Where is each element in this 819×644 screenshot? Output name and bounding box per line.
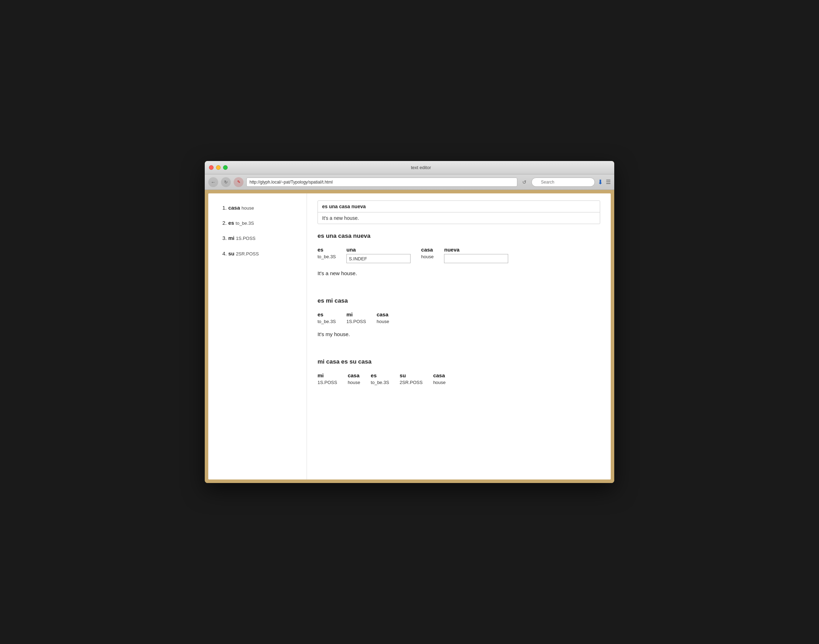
gloss-cell-es-2: es to_be.3S [317, 311, 336, 324]
edit-button[interactable]: ✎ [234, 177, 244, 187]
gloss-cell-una: una [347, 247, 411, 263]
gloss-word-casa-2: casa [377, 311, 388, 317]
section-2-translation: It's my house. [317, 331, 600, 337]
back-button[interactable]: ← [208, 177, 218, 187]
sidebar-item-gloss-3: 2SR.POSS [236, 251, 259, 256]
gloss-cell-casa-3: casa house [348, 373, 360, 385]
sentence-box: es una casa nueva It's a new house. [317, 201, 600, 224]
main-content: es una casa nueva It's a new house. es u… [307, 193, 611, 480]
menu-icon[interactable]: ☰ [606, 179, 611, 185]
sidebar-item-word-0: casa [229, 205, 240, 211]
section-3-title: mi casa es su casa [317, 358, 600, 365]
reload-button[interactable]: ↻ [221, 177, 231, 187]
window-controls [209, 165, 228, 170]
sidebar-item-number: 4. [222, 250, 227, 256]
browser-window: text editor ← ↻ ✎ ↺ 🔍 ⬇ ☰ 1. casa house [205, 161, 614, 483]
sidebar-item-es: 2. es to_be.3S [222, 219, 299, 227]
url-input[interactable] [246, 178, 517, 187]
gloss-cell-mi-3: mi 1S.POSS [317, 373, 337, 385]
gloss-value-mi-2: 1S.POSS [347, 319, 366, 324]
gloss-cell-mi-2: mi 1S.POSS [347, 311, 366, 324]
section-1-translation: It's a new house. [317, 270, 600, 276]
gloss-word-una: una [347, 247, 356, 253]
sidebar-item-gloss-2: 1S.POSS [236, 236, 256, 241]
gloss-value-casa-2: house [377, 319, 389, 324]
gloss-value-su-3: 2SR.POSS [400, 380, 423, 385]
gloss-value-casa-3: house [348, 380, 360, 385]
sentence-box-original: es una casa nueva [318, 201, 600, 212]
gloss-input-una[interactable] [347, 254, 411, 263]
gloss-word-su-3: su [400, 373, 406, 378]
section-1-gloss-table: es to_be.3S una casa house [317, 247, 600, 263]
gloss-word-es-3: es [371, 373, 377, 378]
section-1-title: es una casa nueva [317, 233, 600, 239]
gloss-cell-es: es to_be.3S [317, 247, 336, 263]
section-3: mi casa es su casa mi 1S.POSS casa house… [317, 358, 600, 385]
gloss-cell-casa: casa house [421, 247, 434, 263]
gloss-cell-su-3: su 2SR.POSS [400, 373, 423, 385]
page: 1. casa house 2. es to_be.3S 3. mi 1S.PO… [208, 193, 611, 480]
maximize-button[interactable] [223, 165, 228, 170]
section-2: es mi casa es to_be.3S mi 1S.POSS [317, 297, 600, 337]
download-icon[interactable]: ⬇ [598, 178, 603, 186]
gloss-word-es: es [317, 247, 324, 253]
sidebar-item-number: 1. [222, 205, 227, 211]
minimize-button[interactable] [216, 165, 221, 170]
sidebar-item-gloss-1: to_be.3S [236, 221, 254, 226]
search-input[interactable] [531, 178, 595, 187]
sidebar-item-su: 4. su 2SR.POSS [222, 250, 299, 257]
sidebar-item-gloss-0: house [241, 205, 254, 211]
gloss-input-nueva[interactable] [444, 254, 508, 263]
section-2-gloss-table: es to_be.3S mi 1S.POSS casa house [317, 311, 600, 324]
section-1: es una casa nueva es to_be.3S una [317, 233, 600, 276]
window-title: text editor [232, 165, 610, 170]
section-3-gloss-table: mi 1S.POSS casa house es to_be.3S su [317, 373, 600, 385]
sidebar-item-word-1: es [229, 220, 235, 226]
sentence-box-translation: It's a new house. [318, 212, 600, 224]
gloss-value-casa-4: house [433, 380, 445, 385]
sidebar-item-casa: 1. casa house [222, 204, 299, 212]
gloss-cell-casa-2: casa house [377, 311, 389, 324]
page-reload-button[interactable]: ↺ [520, 178, 529, 186]
browser-content: 1. casa house 2. es to_be.3S 3. mi 1S.PO… [205, 190, 614, 483]
sidebar: 1. casa house 2. es to_be.3S 3. mi 1S.PO… [208, 193, 307, 480]
gloss-value-es-2: to_be.3S [317, 319, 336, 324]
gloss-word-mi-3: mi [317, 373, 324, 378]
titlebar: text editor [205, 161, 614, 175]
sidebar-item-word-2: mi [229, 235, 235, 241]
gloss-word-casa: casa [421, 247, 433, 253]
gloss-word-casa-4: casa [433, 373, 445, 378]
toolbar: ← ↻ ✎ ↺ 🔍 ⬇ ☰ [205, 175, 614, 190]
gloss-value-mi-3: 1S.POSS [317, 380, 337, 385]
gloss-cell-nueva: nueva [444, 247, 508, 263]
gloss-value-es: to_be.3S [317, 254, 336, 259]
gloss-word-es-2: es [317, 311, 324, 317]
sidebar-item-mi: 3. mi 1S.POSS [222, 234, 299, 242]
close-button[interactable] [209, 165, 213, 170]
gloss-value-es-3: to_be.3S [371, 380, 389, 385]
gloss-cell-es-3: es to_be.3S [371, 373, 389, 385]
gloss-value-casa: house [421, 254, 434, 259]
gloss-word-casa-3: casa [348, 373, 359, 378]
gloss-word-nueva: nueva [444, 247, 459, 253]
sidebar-item-word-3: su [229, 250, 235, 256]
section-2-title: es mi casa [317, 297, 600, 304]
sidebar-item-number: 3. [222, 235, 227, 241]
gloss-word-mi-2: mi [347, 311, 353, 317]
search-container: 🔍 [531, 178, 595, 187]
gloss-cell-casa-4: casa house [433, 373, 445, 385]
sidebar-item-number: 2. [222, 220, 227, 226]
